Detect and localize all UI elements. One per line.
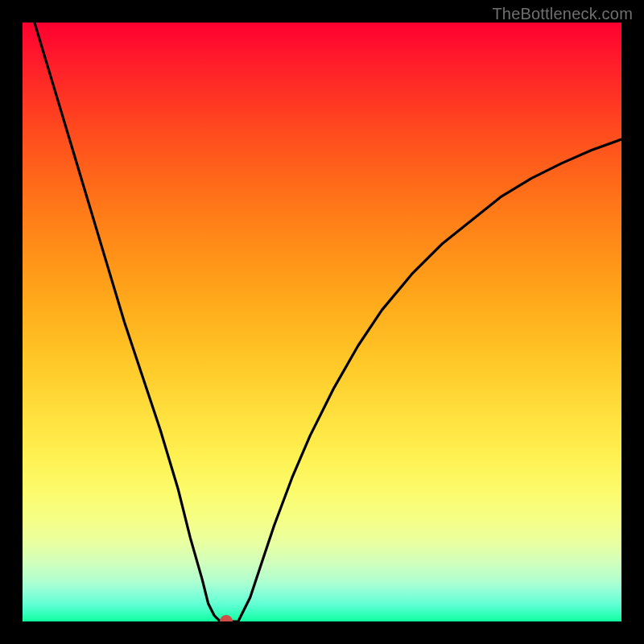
watermark-text: TheBottleneck.com bbox=[492, 5, 633, 23]
chart-frame: TheBottleneck.com bbox=[0, 0, 644, 644]
plot-area bbox=[23, 23, 621, 621]
bottleneck-curve bbox=[23, 23, 621, 621]
